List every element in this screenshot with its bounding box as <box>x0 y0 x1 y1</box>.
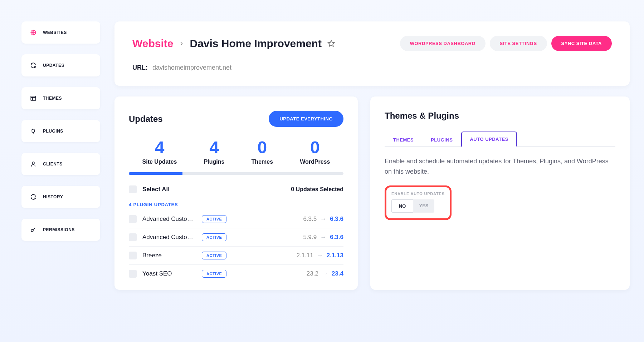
version-old: 6.3.5 <box>303 215 317 223</box>
sidebar-item-updates[interactable]: UPDATES <box>21 54 100 76</box>
status-badge: ACTIVE <box>202 252 226 259</box>
updates-selected-count: 0 Updates Selected <box>291 186 343 193</box>
sidebar-item-clients[interactable]: CLIENTS <box>21 153 100 175</box>
stat-label: WordPress <box>300 159 330 165</box>
status-badge: ACTIVE <box>202 233 226 241</box>
refresh-icon <box>30 62 36 69</box>
layout-icon <box>30 95 36 101</box>
plugin-name[interactable]: Advanced Custo… <box>142 215 196 223</box>
toggle-no[interactable]: NO <box>391 199 413 213</box>
breadcrumb-root[interactable]: Website <box>132 38 173 50</box>
sidebar-item-label: UPDATES <box>43 63 64 68</box>
plugin-name[interactable]: Advanced Custo… <box>142 234 196 241</box>
progress-bar <box>129 172 343 175</box>
arrow-right-icon: → <box>320 215 326 223</box>
stat-plugins: 4 Plugins <box>204 138 225 165</box>
sidebar-item-label: PERMISSIONS <box>43 227 75 232</box>
select-all-label: Select All <box>142 186 170 193</box>
svg-point-2 <box>32 162 34 164</box>
enable-auto-updates-highlight: ENABLE AUTO UPDATES NO YES <box>385 185 452 220</box>
themes-plugins-title: Themes & Plugins <box>385 111 615 121</box>
tab-auto-updates[interactable]: AUTO UPDATES <box>461 132 517 147</box>
star-icon[interactable] <box>327 40 335 48</box>
version-new: 2.1.13 <box>327 252 343 259</box>
select-all-checkbox[interactable] <box>129 185 137 193</box>
progress-fill <box>129 172 182 175</box>
arrow-right-icon: → <box>322 270 328 277</box>
updates-card: Updates UPDATE EVERYTHING 4 Site Updates… <box>114 96 358 290</box>
status-badge: ACTIVE <box>202 215 226 223</box>
plugin-row: Breeze ACTIVE 2.1.11 → 2.1.13 <box>129 247 343 265</box>
sidebar-item-label: PLUGINS <box>43 129 63 134</box>
plugin-checkbox[interactable] <box>129 270 137 278</box>
user-icon <box>30 161 36 167</box>
sidebar-item-label: THEMES <box>43 96 62 101</box>
refresh-icon <box>30 194 36 200</box>
wordpress-dashboard-button[interactable]: WORDPRESS DASHBOARD <box>400 36 486 51</box>
sidebar-item-themes[interactable]: THEMES <box>21 87 100 109</box>
arrow-right-icon: → <box>320 234 326 241</box>
stat-num: 0 <box>252 138 273 157</box>
plugin-row: Advanced Custo… ACTIVE 6.3.5 → 6.3.6 <box>129 210 343 228</box>
stat-site-updates: 4 Site Updates <box>142 138 177 165</box>
stat-wordpress: 0 WordPress <box>300 138 330 165</box>
toggle-yes[interactable]: YES <box>413 199 434 213</box>
sidebar: WEBSITES UPDATES THEMES PLUGINS CLIENTS <box>21 21 100 290</box>
enable-auto-updates-label: ENABLE AUTO UPDATES <box>391 192 445 196</box>
plug-icon <box>30 128 36 134</box>
sidebar-item-permissions[interactable]: PERMISSIONS <box>21 219 100 241</box>
tab-plugins[interactable]: PLUGINS <box>422 132 461 147</box>
sync-site-data-button[interactable]: SYNC SITE DATA <box>551 36 612 51</box>
header-card: Website Davis Home Improvement WORDPRESS… <box>114 21 630 86</box>
version-old: 5.9.9 <box>303 234 317 241</box>
updates-title: Updates <box>129 114 163 124</box>
plugin-name[interactable]: Breeze <box>142 252 196 259</box>
plugin-checkbox[interactable] <box>129 215 137 223</box>
version-old: 2.1.11 <box>296 252 313 259</box>
stat-num: 4 <box>142 138 177 157</box>
sidebar-item-label: WEBSITES <box>43 30 67 35</box>
plugin-name[interactable]: Yoast SEO <box>142 270 196 277</box>
svg-rect-1 <box>31 96 36 100</box>
url-row: URL: davishomeimprovement.net <box>132 64 612 71</box>
stat-themes: 0 Themes <box>252 138 273 165</box>
stat-num: 0 <box>300 138 330 157</box>
globe-icon <box>30 29 36 36</box>
version-new: 6.3.6 <box>330 234 343 241</box>
plugin-updates-heading: 4 PLUGIN UPDATES <box>129 202 343 207</box>
version-new: 23.4 <box>332 270 343 277</box>
site-settings-button[interactable]: SITE SETTINGS <box>490 36 547 51</box>
stat-label: Themes <box>252 159 273 165</box>
chevron-right-icon <box>179 41 184 46</box>
sidebar-item-plugins[interactable]: PLUGINS <box>21 120 100 142</box>
auto-updates-toggle: NO YES <box>391 199 434 213</box>
stat-label: Site Updates <box>142 159 177 165</box>
url-label: URL: <box>132 64 148 71</box>
plugin-checkbox[interactable] <box>129 252 137 259</box>
sidebar-item-label: HISTORY <box>43 194 63 199</box>
sidebar-item-websites[interactable]: WEBSITES <box>21 21 100 44</box>
plugin-row: Yoast SEO ACTIVE 23.2 → 23.4 <box>129 265 343 283</box>
arrow-right-icon: → <box>317 252 323 259</box>
sidebar-item-label: CLIENTS <box>43 162 63 167</box>
stat-num: 4 <box>204 138 225 157</box>
page-title: Davis Home Improvement <box>190 38 321 50</box>
version-new: 6.3.6 <box>330 215 343 223</box>
version-old: 23.2 <box>307 270 318 277</box>
breadcrumb: Website Davis Home Improvement WORDPRESS… <box>132 36 612 51</box>
update-everything-button[interactable]: UPDATE EVERYTHING <box>269 111 343 127</box>
plugin-row: Advanced Custo… ACTIVE 5.9.9 → 6.3.6 <box>129 228 343 247</box>
tabs: THEMES PLUGINS AUTO UPDATES <box>385 132 615 147</box>
stat-label: Plugins <box>204 159 225 165</box>
status-badge: ACTIVE <box>202 270 226 278</box>
url-value[interactable]: davishomeimprovement.net <box>152 64 231 71</box>
key-icon <box>30 227 36 233</box>
auto-updates-description: Enable and schedule automated updates fo… <box>385 156 615 177</box>
svg-point-3 <box>31 229 33 232</box>
tab-themes[interactable]: THEMES <box>385 132 422 147</box>
themes-plugins-card: Themes & Plugins THEMES PLUGINS AUTO UPD… <box>370 96 630 290</box>
sidebar-item-history[interactable]: HISTORY <box>21 186 100 208</box>
plugin-checkbox[interactable] <box>129 233 137 241</box>
